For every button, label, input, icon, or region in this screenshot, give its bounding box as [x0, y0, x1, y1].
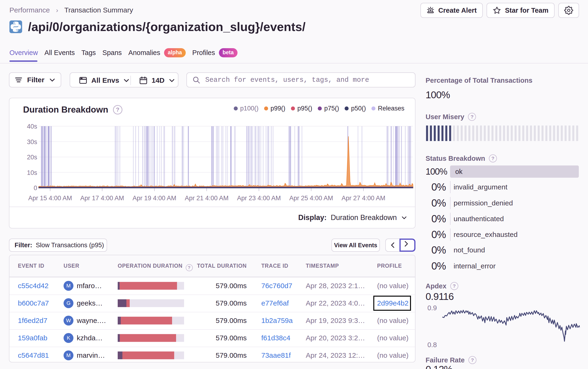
- svg-text:Apr 17 4:00 AM: Apr 17 4:00 AM: [80, 195, 124, 202]
- svg-text:30s: 30s: [27, 139, 37, 146]
- svg-text:Apr 27 4:00 AM: Apr 27 4:00 AM: [342, 195, 385, 202]
- svg-text:Apr 25 4:00 AM: Apr 25 4:00 AM: [289, 195, 333, 202]
- svg-text:10s: 10s: [27, 169, 37, 176]
- svg-text:Apr 21 4:00 AM: Apr 21 4:00 AM: [185, 195, 229, 202]
- svg-text:Apr 15 4:00 AM: Apr 15 4:00 AM: [28, 195, 72, 202]
- svg-text:20s: 20s: [27, 154, 37, 161]
- svg-text:40s: 40s: [27, 123, 37, 130]
- svg-text:0.9: 0.9: [428, 304, 437, 312]
- svg-text:0.8: 0.8: [428, 341, 437, 349]
- svg-text:Apr 23 4:00 AM: Apr 23 4:00 AM: [237, 195, 281, 202]
- svg-text:Apr 19 4:00 AM: Apr 19 4:00 AM: [133, 195, 176, 202]
- svg-text:0: 0: [34, 184, 37, 191]
